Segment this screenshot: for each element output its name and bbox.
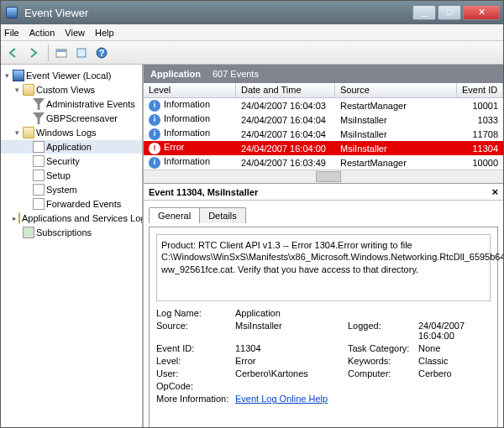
event-row[interactable]: !Error24/04/2007 16:04:00MsiInstaller113… [144, 141, 503, 155]
cell-eventid: 10000 [457, 156, 503, 170]
main-pane: Application 607 Events Level Date and Ti… [144, 65, 503, 427]
label-keywords: Keywords: [348, 356, 415, 366]
label-source: Source: [156, 321, 232, 341]
tree-label: Administrative Events [46, 99, 135, 109]
label-computer: Computer: [348, 368, 415, 378]
cell-source: MsiInstaller [335, 142, 457, 155]
cell-level: !Error [144, 140, 236, 155]
tab-body: Product: RTC Client API v1.3 -- Error 13… [149, 227, 498, 427]
collapse-icon[interactable]: ▾ [3, 71, 11, 80]
tree-label: Setup [46, 170, 71, 180]
menu-file[interactable]: File [4, 28, 19, 38]
col-eventid[interactable]: Event ID [457, 83, 503, 97]
grid-header: Level Date and Time Source Event ID [144, 83, 503, 98]
label-logname: Log Name: [156, 308, 232, 318]
refresh-button[interactable] [72, 44, 91, 62]
tree-setup[interactable]: Setup [1, 169, 142, 182]
close-panel-button[interactable]: × [491, 185, 498, 198]
cell-level: iInformation [144, 126, 236, 141]
event-row[interactable]: iInformation24/04/2007 16:03:49RestartMa… [144, 155, 503, 170]
expand-icon[interactable]: ▸ [13, 214, 17, 222]
info-icon: i [149, 114, 160, 126]
tree-system[interactable]: System [1, 183, 142, 196]
tree-label: Application [46, 142, 92, 152]
title-bar[interactable]: Event Viewer _ □ ✕ [1, 1, 503, 24]
log-icon [33, 184, 45, 196]
value-level: Error [235, 356, 344, 366]
event-properties: Log Name:Application Source:MsiInstaller… [156, 308, 491, 404]
close-button[interactable]: ✕ [463, 5, 500, 20]
label-user: User: [156, 368, 232, 378]
event-row[interactable]: iInformation24/04/2007 16:04:03RestartMa… [144, 98, 503, 112]
tab-details[interactable]: Details [199, 207, 246, 223]
tree-label: Forwarded Events [46, 199, 121, 209]
menu-action[interactable]: Action [29, 28, 55, 38]
cell-level: iInformation [144, 112, 236, 127]
properties-button[interactable] [52, 44, 71, 62]
tool-bar: ? [1, 41, 503, 65]
cell-level: iInformation [144, 97, 236, 112]
body: ▾Event Viewer (Local) ▾Custom Views Admi… [1, 65, 503, 427]
tree-windows-logs[interactable]: ▾Windows Logs [1, 126, 142, 139]
minimize-button[interactable]: _ [412, 5, 436, 20]
forward-button[interactable] [24, 44, 43, 62]
tree-application[interactable]: Application [1, 140, 142, 154]
tree-label: GBPScreensaver [46, 113, 118, 123]
log-icon [23, 227, 34, 238]
tree-root[interactable]: ▾Event Viewer (Local) [1, 69, 142, 82]
value-keywords: Classic [418, 356, 491, 366]
tree-label: Subscriptions [36, 227, 92, 237]
window: Event Viewer _ □ ✕ File Action View Help… [0, 0, 504, 428]
more-info-link[interactable]: Event Log Online Help [235, 394, 328, 404]
folder-icon [23, 84, 34, 96]
value-source: MsiInstaller [235, 321, 344, 341]
tree-admin-events[interactable]: Administrative Events [1, 97, 142, 111]
app-icon [6, 7, 18, 18]
cell-source: RestartManager [335, 156, 457, 170]
cell-datetime: 24/04/2007 16:04:00 [236, 142, 335, 155]
tree-label: Applications and Services Logs [22, 213, 144, 223]
detail-pane: General Details Product: RTC Client API … [144, 201, 503, 427]
col-datetime[interactable]: Date and Time [236, 83, 335, 97]
tree-gbp[interactable]: GBPScreensaver [1, 112, 142, 125]
error-icon: ! [149, 143, 160, 154]
horizontal-scrollbar[interactable] [144, 170, 503, 183]
event-grid[interactable]: Level Date and Time Source Event ID iInf… [144, 83, 503, 184]
separator [48, 44, 49, 61]
back-button[interactable] [4, 44, 23, 62]
cell-source: RestartManager [335, 99, 457, 112]
svg-text:?: ? [99, 48, 105, 58]
tree-label: Security [46, 156, 80, 166]
tree-security[interactable]: Security [1, 154, 142, 168]
col-level[interactable]: Level [144, 83, 236, 97]
label-opcode: OpCode: [156, 381, 232, 391]
label-level: Level: [156, 356, 232, 366]
caption-buttons: _ □ ✕ [411, 5, 500, 20]
tree-custom-views[interactable]: ▾Custom Views [1, 83, 142, 97]
label-taskcat: Task Category: [348, 343, 415, 353]
scroll-thumb[interactable] [316, 171, 341, 182]
list-title: Application [150, 69, 201, 79]
menu-help[interactable]: Help [95, 28, 114, 38]
cell-level: iInformation [144, 154, 236, 170]
svg-rect-2 [77, 49, 86, 57]
tree-forwarded[interactable]: Forwarded Events [1, 197, 142, 211]
tree-apps-services[interactable]: ▸Applications and Services Logs [1, 211, 142, 225]
tab-general[interactable]: General [149, 207, 200, 223]
help-button[interactable]: ? [92, 44, 111, 62]
event-row[interactable]: iInformation24/04/2007 16:04:04MsiInstal… [144, 112, 503, 127]
collapse-icon[interactable]: ▾ [13, 128, 21, 137]
info-icon: i [149, 128, 160, 140]
cell-datetime: 24/04/2007 16:04:04 [236, 128, 335, 141]
event-message: Product: RTC Client API v1.3 -- Error 13… [156, 234, 491, 301]
log-icon [33, 170, 45, 181]
col-source[interactable]: Source [335, 83, 457, 97]
collapse-icon[interactable]: ▾ [13, 86, 21, 94]
event-row[interactable]: iInformation24/04/2007 16:04:04MsiInstal… [144, 127, 503, 141]
maximize-button[interactable]: □ [438, 5, 461, 20]
tree-pane[interactable]: ▾Event Viewer (Local) ▾Custom Views Admi… [1, 65, 144, 427]
tree-label: Custom Views [36, 85, 95, 95]
menu-view[interactable]: View [65, 28, 85, 38]
value-eventid: 11304 [235, 343, 344, 353]
tree-subscriptions[interactable]: Subscriptions [1, 226, 142, 239]
